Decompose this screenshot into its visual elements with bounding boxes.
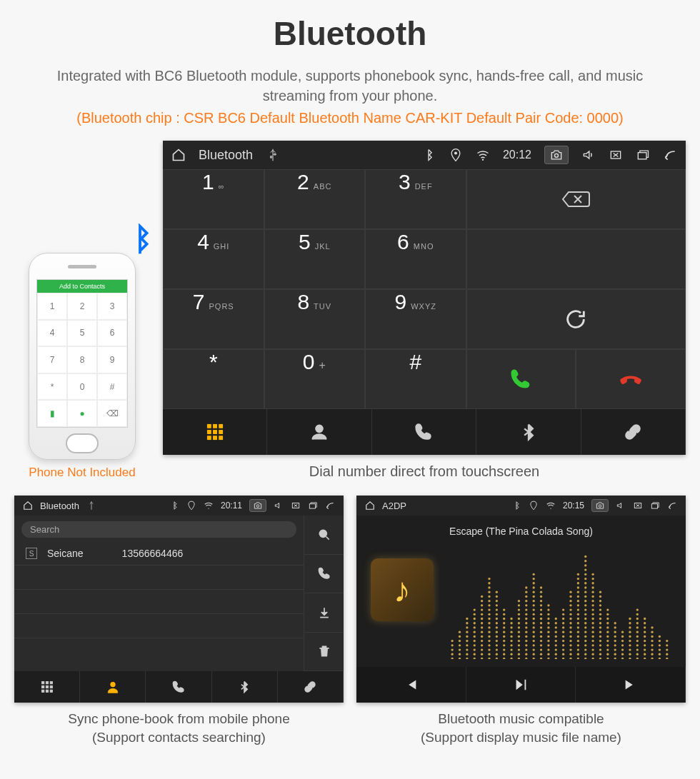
svg-point-38	[451, 640, 453, 642]
screenshot-button[interactable]	[249, 499, 266, 512]
key-2[interactable]: 2ABC	[264, 169, 366, 229]
home-icon[interactable]	[365, 501, 375, 511]
volume-icon[interactable]	[616, 501, 626, 511]
location-icon	[449, 148, 463, 162]
tab-contacts[interactable]	[267, 409, 371, 455]
svg-point-200	[540, 618, 542, 620]
svg-point-145	[518, 635, 520, 638]
svg-point-417	[666, 640, 668, 642]
svg-point-39	[459, 658, 461, 659]
svg-point-374	[629, 626, 631, 628]
svg-point-285	[584, 631, 586, 633]
tab-call-log[interactable]	[372, 409, 476, 455]
key-5[interactable]: 5JKL	[264, 229, 366, 289]
tab-keypad[interactable]	[14, 671, 80, 703]
key-9[interactable]: 9WXYZ	[365, 289, 466, 349]
key-star[interactable]: *	[163, 349, 264, 409]
svg-point-393	[644, 640, 646, 642]
svg-point-246	[569, 644, 571, 646]
close-app-icon[interactable]	[291, 501, 301, 511]
svg-point-383	[636, 631, 639, 633]
svg-point-323	[599, 658, 601, 659]
home-icon[interactable]	[171, 148, 186, 162]
svg-point-31	[599, 505, 601, 508]
svg-point-376	[629, 618, 631, 620]
svg-point-83	[488, 658, 490, 659]
svg-point-412	[659, 635, 661, 638]
screenshot-button[interactable]	[591, 499, 609, 512]
play-pause-button[interactable]	[466, 667, 576, 703]
key-0[interactable]: 0+	[264, 349, 366, 409]
tab-call-log[interactable]	[146, 671, 211, 703]
tab-contacts[interactable]	[80, 671, 146, 703]
svg-point-265	[577, 631, 579, 633]
tab-bluetooth[interactable]	[476, 409, 581, 455]
dialer-bottom-tabs	[163, 409, 686, 455]
tab-keypad[interactable]	[163, 409, 267, 455]
tab-pairing[interactable]	[278, 671, 344, 703]
svg-point-242	[562, 608, 564, 610]
svg-point-58	[474, 648, 476, 650]
wifi-icon	[204, 501, 214, 511]
svg-point-359	[614, 622, 616, 624]
close-app-icon[interactable]	[609, 148, 623, 162]
dial-contact-button[interactable]	[304, 555, 344, 594]
svg-point-305	[591, 648, 594, 650]
volume-icon[interactable]	[581, 148, 596, 162]
delete-contact-button[interactable]	[304, 633, 344, 672]
svg-point-125	[503, 626, 505, 628]
svg-point-312	[591, 618, 594, 620]
svg-point-336	[599, 600, 601, 602]
prev-track-button[interactable]	[356, 667, 466, 703]
back-icon[interactable]	[325, 501, 335, 511]
back-icon[interactable]	[667, 501, 677, 511]
phonebook-screen: Bluetooth 20:11 Search	[14, 496, 344, 703]
call-button[interactable]	[466, 349, 576, 409]
redial-button[interactable]	[466, 289, 686, 349]
back-icon[interactable]	[663, 148, 677, 162]
svg-point-337	[599, 595, 601, 598]
svg-rect-11	[207, 436, 211, 440]
volume-icon[interactable]	[274, 501, 284, 511]
recent-apps-icon[interactable]	[650, 501, 660, 511]
key-8[interactable]: 8TUV	[264, 289, 366, 349]
svg-point-208	[547, 658, 549, 659]
key-6[interactable]: 6MNO	[365, 229, 466, 289]
svg-point-219	[547, 608, 549, 610]
backspace-button[interactable]	[466, 169, 686, 229]
search-icon[interactable]	[304, 516, 344, 555]
svg-point-298	[584, 573, 586, 576]
svg-point-347	[606, 622, 609, 624]
svg-rect-13	[219, 436, 223, 440]
key-7[interactable]: 7PQRS	[163, 289, 264, 349]
tab-bluetooth[interactable]	[212, 671, 278, 703]
screenshot-button[interactable]	[544, 146, 569, 164]
recent-apps-icon[interactable]	[308, 501, 318, 511]
svg-point-254	[569, 608, 571, 610]
close-app-icon[interactable]	[633, 501, 643, 511]
key-1[interactable]: 1∞	[163, 169, 264, 229]
svg-point-391	[644, 648, 646, 650]
svg-point-368	[629, 653, 631, 655]
svg-rect-20	[41, 682, 44, 684]
svg-point-74	[481, 631, 483, 633]
svg-point-85	[488, 648, 490, 650]
sync-down-button[interactable]	[304, 593, 344, 633]
key-hash[interactable]: #	[365, 349, 466, 409]
key-3[interactable]: 3DEF	[365, 169, 466, 229]
hangup-button[interactable]	[576, 349, 686, 409]
svg-point-377	[636, 658, 639, 659]
search-input[interactable]: Search	[21, 521, 296, 538]
tab-pairing[interactable]	[581, 409, 686, 455]
contact-row[interactable]: S Seicane 13566664466	[14, 542, 304, 566]
svg-point-408	[659, 653, 661, 655]
home-icon[interactable]	[23, 501, 33, 511]
recent-apps-icon[interactable]	[636, 148, 650, 162]
album-art: ♪	[371, 558, 434, 621]
status-bar: Bluetooth 20:11	[14, 496, 344, 516]
a2dp-screen: A2DP 20:15 Escape (The Pina Colada Song)	[356, 496, 686, 703]
next-track-button[interactable]	[576, 667, 686, 703]
svg-point-238	[562, 626, 564, 628]
svg-point-360	[621, 658, 624, 659]
key-4[interactable]: 4GHI	[163, 229, 264, 289]
